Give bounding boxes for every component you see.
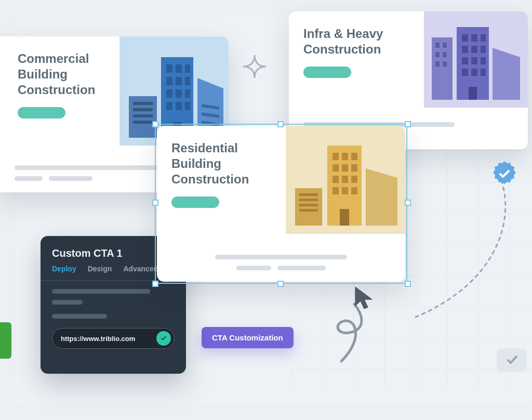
card-residential[interactable]: Residential Building Construction [157,126,405,282]
svg-rect-8 [185,64,190,73]
svg-rect-14 [185,89,190,98]
selection-handle[interactable] [405,281,411,287]
svg-rect-29 [443,61,447,67]
svg-rect-9 [166,77,172,85]
svg-rect-61 [342,187,348,194]
svg-rect-13 [176,89,182,98]
svg-rect-16 [176,102,182,110]
svg-rect-17 [185,102,190,110]
card-pill[interactable] [18,107,65,119]
svg-rect-10 [176,77,182,85]
svg-rect-55 [342,164,348,172]
svg-rect-39 [481,57,486,64]
svg-rect-48 [299,204,318,206]
svg-rect-47 [299,199,318,201]
tab-advanced[interactable]: Advanced [123,265,158,273]
svg-rect-63 [340,209,349,226]
svg-rect-56 [351,164,357,172]
svg-rect-3 [133,114,153,117]
svg-rect-62 [351,187,357,194]
cta-panel-title: Custom CTA 1 [52,247,175,259]
svg-rect-57 [332,176,339,183]
cursor-icon [353,286,374,313]
buildings-icon [424,11,528,108]
selection-handle[interactable] [405,200,411,206]
svg-rect-33 [481,34,486,42]
selection-handle[interactable] [152,281,158,287]
svg-rect-53 [351,153,357,160]
svg-rect-32 [471,34,477,42]
svg-rect-15 [166,102,172,110]
svg-rect-4 [133,121,153,124]
svg-rect-59 [351,176,357,183]
svg-rect-26 [435,52,440,57]
svg-rect-24 [435,43,440,48]
svg-rect-7 [176,64,182,73]
svg-rect-52 [342,153,348,160]
svg-rect-23 [432,37,453,100]
card-pill[interactable] [303,67,351,78]
svg-rect-43 [469,87,477,100]
check-icon[interactable] [156,331,171,346]
svg-rect-46 [299,193,318,196]
svg-rect-34 [462,46,468,53]
svg-rect-49 [299,209,318,212]
svg-rect-28 [435,61,440,67]
placeholder-line [52,300,83,305]
selection-handle[interactable] [277,281,284,287]
svg-rect-31 [462,34,468,42]
placeholder-line [52,289,150,294]
green-sliver [0,322,11,359]
svg-rect-41 [471,69,477,76]
svg-marker-64 [366,168,397,226]
cta-customization-chip[interactable]: CTA Customization [202,327,294,348]
tab-design[interactable]: Design [88,265,112,273]
tab-deploy[interactable]: Deploy [52,265,76,273]
svg-rect-2 [133,108,153,111]
svg-rect-36 [481,46,486,53]
svg-rect-42 [481,69,486,76]
selection-handle[interactable] [277,121,284,127]
svg-rect-40 [462,69,468,76]
chat-icon[interactable] [497,348,527,372]
svg-rect-35 [471,46,477,53]
buildings-icon [286,126,405,234]
selection-handle[interactable] [405,121,411,127]
svg-rect-38 [471,57,477,64]
svg-rect-25 [443,43,447,48]
svg-rect-27 [443,52,447,57]
svg-rect-11 [185,77,190,85]
svg-rect-58 [342,176,348,183]
selection-handle[interactable] [152,121,158,127]
selection-handle[interactable] [152,200,158,206]
svg-marker-44 [493,48,520,100]
svg-rect-6 [166,64,172,73]
placeholder-lines [171,255,391,270]
dashed-path [395,178,514,325]
svg-rect-51 [332,153,339,160]
svg-rect-37 [462,57,468,64]
svg-rect-54 [332,164,339,172]
placeholder-line [52,314,107,319]
svg-rect-12 [166,89,172,98]
url-text: https://www.triblio.com [61,335,151,343]
cta-tabs: Deploy Design Advanced [52,265,175,273]
card-pill[interactable] [171,196,219,208]
svg-rect-1 [133,102,153,105]
url-input[interactable]: https://www.triblio.com [52,328,175,349]
sparkle-icon [241,53,268,82]
svg-rect-60 [332,187,339,194]
verified-badge-icon [490,160,518,190]
